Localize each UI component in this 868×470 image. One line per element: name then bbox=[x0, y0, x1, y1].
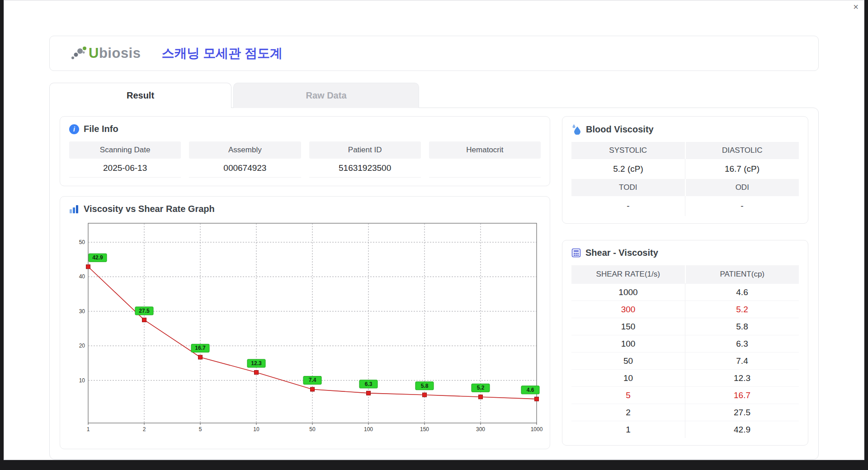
table-row: 10 12.3 bbox=[571, 369, 799, 386]
sv-rate: 5 bbox=[571, 386, 685, 404]
shear-viscosity-table: SHEAR RATE(1/s) PATIENT(cp) 1000 4.6 300… bbox=[571, 265, 799, 438]
sv-rate: 100 bbox=[571, 335, 685, 352]
sv-rate: 10 bbox=[571, 369, 685, 386]
droplet-icon bbox=[571, 124, 581, 135]
field-hematocrit: Hematocrit bbox=[429, 141, 541, 178]
sv-patient: 6.3 bbox=[685, 335, 799, 352]
graph-title: Viscosity vs Shear Rate Graph bbox=[84, 204, 215, 214]
sv-patient: 4.6 bbox=[685, 283, 799, 301]
field-assembly: Assembly 000674923 bbox=[189, 141, 301, 178]
file-info-title: File Info bbox=[84, 124, 118, 134]
bv-header-todi: TODI bbox=[571, 179, 685, 196]
sv-header-shear-rate: SHEAR RATE(1/s) bbox=[571, 265, 685, 283]
shear-viscosity-title: Shear - Viscosity bbox=[585, 248, 658, 258]
field-label: Scanning Date bbox=[69, 141, 181, 159]
svg-text:16.7: 16.7 bbox=[195, 345, 206, 351]
bar-chart-icon bbox=[69, 205, 79, 214]
bv-header-diastolic: DIASTOLIC bbox=[685, 142, 799, 159]
app-header: Ubiosis 스캐닝 모세관 점도계 bbox=[49, 36, 819, 71]
svg-text:5.2: 5.2 bbox=[477, 385, 485, 391]
brand-logo: Ubiosis bbox=[70, 45, 141, 62]
sv-rate: 1000 bbox=[571, 283, 685, 301]
svg-text:30: 30 bbox=[79, 308, 85, 315]
sv-header-patient: PATIENT(cp) bbox=[685, 265, 799, 283]
sv-patient: 5.2 bbox=[685, 301, 799, 318]
svg-text:1000: 1000 bbox=[531, 426, 543, 432]
svg-text:300: 300 bbox=[476, 426, 485, 432]
svg-text:100: 100 bbox=[364, 426, 373, 432]
sv-rate: 1 bbox=[571, 421, 685, 438]
blood-viscosity-card: Blood Viscosity SYSTOLIC DIASTOLIC 5.2 (… bbox=[562, 116, 808, 224]
sv-patient: 7.4 bbox=[685, 352, 799, 369]
close-icon[interactable]: × bbox=[853, 2, 859, 11]
svg-text:2: 2 bbox=[143, 426, 146, 432]
table-row: 300 5.2 bbox=[571, 301, 799, 318]
sv-patient: 12.3 bbox=[685, 369, 799, 386]
svg-text:150: 150 bbox=[420, 426, 429, 432]
svg-text:12.3: 12.3 bbox=[251, 360, 262, 367]
sv-patient: 42.9 bbox=[685, 421, 799, 438]
field-value: 2025-06-13 bbox=[69, 159, 181, 178]
sv-rate: 50 bbox=[571, 352, 685, 369]
svg-text:10: 10 bbox=[253, 426, 259, 432]
sv-patient: 16.7 bbox=[685, 386, 799, 404]
shear-viscosity-card: Shear - Viscosity SHEAR RATE(1/s) PATIEN… bbox=[562, 240, 808, 446]
sv-rate: 2 bbox=[571, 404, 685, 421]
bv-value-todi: - bbox=[571, 196, 685, 216]
field-label: Hematocrit bbox=[429, 141, 541, 159]
viscosity-graph-card: Viscosity vs Shear Rate Graph 1020304050… bbox=[60, 196, 550, 449]
svg-text:7.4: 7.4 bbox=[309, 377, 316, 383]
table-row: 1 42.9 bbox=[571, 421, 799, 438]
svg-text:50: 50 bbox=[309, 426, 316, 432]
bv-value-odi: - bbox=[685, 196, 799, 216]
field-value: 000674923 bbox=[189, 159, 301, 178]
svg-text:40: 40 bbox=[79, 273, 85, 280]
app-window: × Ubiosis 스캐닝 모세관 점도계 Result bbox=[4, 0, 864, 460]
svg-text:27.5: 27.5 bbox=[139, 308, 150, 314]
svg-text:42.9: 42.9 bbox=[92, 254, 103, 261]
page-title: 스캐닝 모세관 점도계 bbox=[161, 45, 283, 62]
field-patient-id: Patient ID 51631923500 bbox=[309, 141, 421, 178]
brand-wordmark: Ubiosis bbox=[89, 45, 141, 61]
table-row: 100 6.3 bbox=[571, 335, 799, 352]
bv-header-odi: ODI bbox=[685, 179, 799, 196]
bv-value-diastolic: 16.7 (cP) bbox=[685, 159, 799, 179]
sv-patient: 27.5 bbox=[685, 404, 799, 421]
file-info-card: i File Info Scanning Date 2025-06-13 Ass… bbox=[60, 116, 550, 186]
field-value bbox=[429, 159, 541, 178]
sv-rate: 150 bbox=[571, 318, 685, 335]
sv-patient: 5.8 bbox=[685, 318, 799, 335]
table-row: 1000 4.6 bbox=[571, 283, 799, 301]
svg-text:50: 50 bbox=[79, 239, 85, 245]
svg-text:6.3: 6.3 bbox=[365, 381, 373, 387]
calculator-icon bbox=[571, 248, 581, 258]
blood-viscosity-table: SYSTOLIC DIASTOLIC 5.2 (cP) 16.7 (cP) TO… bbox=[571, 142, 799, 216]
svg-text:1: 1 bbox=[87, 426, 90, 432]
tab-raw-data[interactable]: Raw Data bbox=[233, 83, 419, 108]
bv-value-systolic: 5.2 (cP) bbox=[571, 159, 685, 179]
svg-text:10: 10 bbox=[79, 377, 85, 384]
tab-bar: Result Raw Data bbox=[49, 83, 819, 108]
svg-text:20: 20 bbox=[79, 343, 85, 349]
table-row: 2 27.5 bbox=[571, 404, 799, 421]
svg-text:5.8: 5.8 bbox=[421, 383, 429, 389]
svg-text:5: 5 bbox=[199, 426, 202, 432]
tab-result[interactable]: Result bbox=[49, 83, 231, 108]
sv-rate: 300 bbox=[571, 301, 685, 318]
field-value: 51631923500 bbox=[309, 159, 421, 178]
info-icon: i bbox=[69, 124, 79, 134]
table-row: 50 7.4 bbox=[571, 352, 799, 369]
blood-viscosity-title: Blood Viscosity bbox=[586, 124, 654, 135]
leaf-dots-icon bbox=[70, 45, 88, 62]
result-panel: i File Info Scanning Date 2025-06-13 Ass… bbox=[49, 108, 819, 460]
viscosity-chart: 10203040501251050100150300100042.927.516… bbox=[69, 220, 541, 438]
field-label: Patient ID bbox=[309, 141, 421, 159]
table-row: 5 16.7 bbox=[571, 386, 799, 404]
field-label: Assembly bbox=[189, 141, 301, 159]
bv-header-systolic: SYSTOLIC bbox=[571, 142, 685, 159]
svg-text:4.6: 4.6 bbox=[527, 387, 534, 393]
field-scanning-date: Scanning Date 2025-06-13 bbox=[69, 141, 181, 178]
table-row: 150 5.8 bbox=[571, 318, 799, 335]
